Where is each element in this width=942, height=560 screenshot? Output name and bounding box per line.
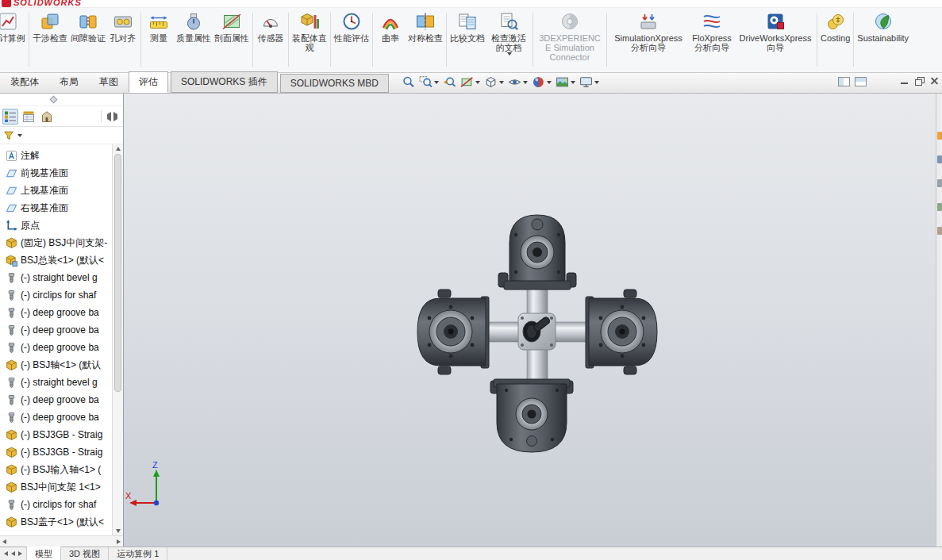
propertymanager-tab[interactable] (21, 109, 37, 125)
tool-check-active-document[interactable]: 检查激活的文档 (486, 10, 531, 56)
tree-item-label: (-) BSJ轴<1> (默认 (21, 359, 101, 372)
tabs-scroll-left-icon[interactable] (11, 551, 15, 556)
tree-item-component[interactable]: (-) BSJ输入轴<1> ( (0, 461, 112, 478)
scroll-left-icon[interactable] (2, 539, 6, 544)
splitter-diamond-icon[interactable] (50, 96, 58, 104)
tool-symmetry-check[interactable]: 对称检查 (406, 10, 444, 44)
tree-item-component[interactable]: (-) deep groove ba (0, 339, 112, 356)
tab-evaluate[interactable]: 评估 (129, 71, 168, 93)
tab-solidworks-mbd[interactable]: SOLIDWORKS MBD (280, 74, 389, 93)
tree-item-component[interactable]: BSJ中间支架 1<1> (0, 478, 112, 496)
tool-simulationxpress[interactable]: SimulationXpress 分析向导 (609, 10, 688, 53)
task-pane-tab[interactable] (937, 132, 942, 140)
tool-measure[interactable]: 测量 (143, 10, 175, 44)
tree-item-component[interactable]: (-) deep groove ba (0, 391, 112, 408)
tool-clearance-verification[interactable]: 间隙验证 (69, 10, 107, 44)
graphics-area[interactable]: Z X (124, 94, 936, 547)
tree-item-component[interactable]: (-) circlips for shaf (0, 286, 112, 304)
tree-item-component[interactable]: (-) straight bevel g (0, 269, 112, 286)
edit-appearance-button[interactable] (531, 75, 552, 90)
filter-dropdown-icon[interactable] (17, 134, 22, 137)
tab-motion-study-1[interactable]: 运动算例 1 (109, 547, 167, 560)
tab-sketch[interactable]: 草图 (89, 71, 129, 93)
scroll-up-icon[interactable] (116, 147, 121, 151)
dropdown-arrow-icon (499, 81, 504, 84)
gearbox-assembly-model[interactable] (417, 215, 657, 452)
tree-item-origin[interactable]: 原点 (0, 217, 112, 234)
apply-scene-button[interactable] (555, 75, 576, 90)
tree-item-component[interactable]: BSJ总装<1> (默认< (0, 251, 112, 269)
tab-assembly[interactable]: 装配体 (0, 71, 49, 93)
filter-icon[interactable] (3, 130, 14, 141)
panel-scroll-left-icon[interactable] (104, 112, 111, 121)
tab-solidworks-addins[interactable]: SOLIDWORKS 插件 (171, 71, 278, 93)
view-orientation-button[interactable] (579, 75, 600, 90)
tree-item-component[interactable]: (-) BSJ3GB - Straig (0, 426, 112, 443)
tabs-scroll-left-icon[interactable] (4, 551, 8, 556)
tool-floxpress[interactable]: FloXpress 分析向导 (688, 10, 736, 53)
restore-button[interactable] (914, 76, 925, 86)
cascade-window-icon[interactable] (855, 77, 867, 86)
tree-item-component[interactable]: BSJ盖子<1> (默认< (0, 513, 112, 531)
zoom-area-button[interactable] (418, 75, 440, 90)
tool-section-properties[interactable]: 剖面属性 (213, 10, 251, 44)
tree-vertical-scrollbar[interactable] (112, 144, 123, 535)
tool-mass-properties[interactable]: 质量属性 (175, 10, 213, 44)
tree-item-front-plane[interactable]: 前视基准面 (0, 164, 112, 182)
ribbon-partial-tool[interactable]: 设计算例 (0, 10, 27, 44)
display-pane-splitter[interactable] (0, 94, 123, 106)
gearbox-left[interactable] (417, 290, 489, 374)
tab-3d-views[interactable]: 3D 视图 (61, 547, 109, 560)
task-pane-tab[interactable] (937, 227, 942, 235)
tile-window-icon[interactable] (838, 77, 850, 86)
tool-performance-evaluation[interactable]: 性能评估 (333, 10, 371, 44)
gearbox-top[interactable] (498, 215, 576, 290)
configurationmanager-tab[interactable] (39, 109, 55, 125)
tree-item-right-plane[interactable]: 右视基准面 (0, 199, 112, 217)
tool-sensors[interactable]: 传感器 (255, 10, 286, 44)
tool-costing[interactable]: Costing (819, 10, 852, 44)
tree-item-component[interactable]: (-) BSJ轴<1> (默认 (0, 356, 112, 374)
task-pane-tab[interactable] (937, 203, 942, 211)
tool-assembly-visualization[interactable]: 装配体直观 (290, 10, 329, 53)
task-pane-tab[interactable] (937, 155, 942, 163)
tree-item-top-plane[interactable]: 上视基准面 (0, 182, 112, 199)
section-view-button[interactable] (459, 75, 481, 90)
previous-view-button[interactable] (442, 75, 457, 90)
tab-model[interactable]: 模型 (27, 547, 61, 560)
gearbox-bottom[interactable] (490, 379, 573, 452)
zoom-fit-button[interactable] (401, 75, 416, 90)
tree-item-annotations[interactable]: 注解 (0, 147, 112, 164)
tool-hole-alignment[interactable]: 孔对齐 (107, 10, 139, 44)
scrollbar-thumb[interactable] (114, 154, 121, 392)
tree-item-component[interactable]: (-) BSJ3GB - Straig (0, 443, 112, 461)
gearbox-right[interactable] (586, 290, 657, 374)
tree-item-component[interactable]: (-) circlips for shaf (0, 496, 112, 513)
panel-scroll-right-icon[interactable] (113, 112, 121, 121)
tree-horizontal-scrollbar[interactable] (0, 535, 123, 547)
tool-curvature[interactable]: 曲率 (375, 10, 406, 44)
close-button[interactable] (929, 76, 940, 86)
scroll-down-icon[interactable] (116, 529, 121, 533)
tree-item-component[interactable]: (-) straight bevel g (0, 374, 112, 391)
featuremanager-tab[interactable] (2, 109, 18, 125)
tab-layout[interactable]: 布局 (49, 71, 89, 93)
task-pane-tab[interactable] (937, 179, 942, 187)
tree-item-label: BSJ中间支架 1<1> (21, 481, 101, 494)
tool-sustainability[interactable]: Sustainability (855, 10, 910, 44)
tree-item-component[interactable]: (固定) BSJ中间支架- (0, 234, 112, 251)
center-block[interactable] (518, 313, 556, 350)
3d-model-view[interactable]: Z X (124, 94, 936, 547)
tool-driveworksxpress[interactable]: DriveWorksXpress 向导 (736, 10, 815, 53)
tree-item-component[interactable]: (-) deep groove ba (0, 304, 112, 321)
fastener-icon (6, 412, 17, 424)
minimize-button[interactable] (899, 76, 909, 86)
hide-show-items-button[interactable] (507, 75, 529, 90)
tree-item-component[interactable]: (-) deep groove ba (0, 408, 112, 426)
scroll-right-icon[interactable] (117, 539, 121, 544)
tool-interference-check[interactable]: 干涉检查 (31, 10, 69, 44)
tool-compare-documents[interactable]: 比较文档 (448, 10, 486, 44)
tree-item-component[interactable]: (-) deep groove ba (0, 321, 112, 339)
display-style-button[interactable] (483, 75, 505, 90)
tabs-scroll-right-icon[interactable] (18, 551, 22, 556)
